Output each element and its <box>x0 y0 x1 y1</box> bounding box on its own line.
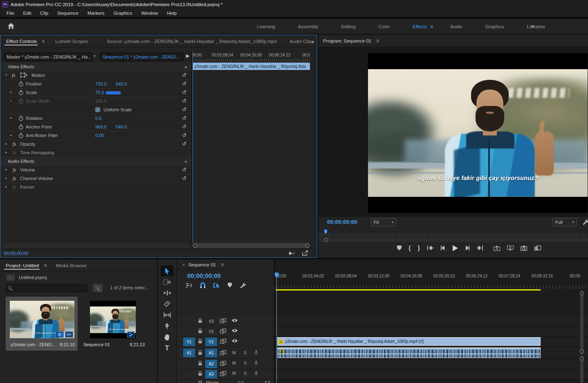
timeline-zoom-scrollbar[interactable] <box>193 243 310 248</box>
voiceover-mic-icon[interactable] <box>254 360 258 366</box>
lock-icon[interactable] <box>198 329 202 333</box>
sync-lock-icon[interactable] <box>220 350 226 355</box>
workspace-tab-editing[interactable]: Editing <box>330 24 367 29</box>
program-playhead[interactable] <box>324 230 327 234</box>
effect-row-opacity[interactable]: ▸ fx Opacity ↺ <box>0 140 191 149</box>
video-tracks-scrollbar[interactable] <box>580 291 584 354</box>
mute-track-button[interactable]: M <box>232 350 236 355</box>
clip-thumbnail[interactable]: oğlum siz niye fakir gibi çay içiyorsunu… <box>10 301 74 338</box>
tab-source-monitor[interactable]: Source: y2mate.com - ZENGİNLİK _ Harbi H… <box>102 39 281 44</box>
mark-in-icon[interactable]: { <box>408 245 411 251</box>
program-zoom-scrollbar[interactable] <box>319 238 588 242</box>
workspace-menu-icon[interactable]: ≡ <box>430 24 439 29</box>
sync-lock-icon[interactable] <box>220 371 226 376</box>
effect-timeline-clip[interactable]: y2mate.com - ZENGİNLİK _ Harbi Hayatlar … <box>193 63 310 70</box>
timeline-timecode[interactable]: 00;00;00;00 <box>187 272 221 279</box>
property-row-anchor-point[interactable]: Anchor Point 960.0 540.0 ↺ <box>0 123 191 131</box>
type-tool[interactable]: T <box>161 343 173 354</box>
menu-item-clip[interactable]: Clip <box>40 11 48 16</box>
reset-property-icon[interactable]: ↺ <box>182 133 186 138</box>
effect-row-motion[interactable]: ▾ fx Motion ↺ <box>0 71 191 80</box>
reset-effect-icon[interactable]: ↺ <box>182 167 186 172</box>
value[interactable]: 0.0 <box>95 116 101 121</box>
expand-icon[interactable]: ▸ <box>5 142 7 146</box>
menu-item-graphics[interactable]: Graphics <box>114 11 132 16</box>
zoom-level-select[interactable]: Fit ▾ <box>371 218 396 226</box>
track-name-a3[interactable]: A3 <box>205 370 217 378</box>
property-row-position[interactable]: Position 720.0 540.0 ↺ <box>0 80 191 88</box>
property-row-scale[interactable]: ▸ Scale 75.0 ↺ <box>0 88 191 97</box>
menu-item-help[interactable]: Help <box>167 11 177 16</box>
property-row-uniform-scale[interactable]: ✓ Uniform Scale ↺ <box>0 106 191 114</box>
project-search-input[interactable] <box>6 284 87 292</box>
sequence-thumbnail[interactable]: oğlum siz niye fakir gibi çay içiyorsunu… <box>90 301 136 338</box>
lift-icon[interactable] <box>494 246 500 251</box>
lock-icon[interactable] <box>198 350 202 355</box>
reset-property-icon[interactable]: ↺ <box>182 90 186 95</box>
menu-item-window[interactable]: Window <box>141 11 158 16</box>
track-name-v3[interactable]: V3 <box>205 317 217 326</box>
audio-waveform-icon[interactable] <box>65 331 73 338</box>
source-patch-a1[interactable]: A1 <box>183 349 195 357</box>
reset-effect-icon[interactable]: ↺ <box>182 141 186 146</box>
master-clip-selector[interactable]: Master * y2mate.com - ZENGİNLİK _ Ha... <box>4 52 93 61</box>
effect-row-volume[interactable]: ▸ fx Volume ↺ <box>0 166 191 174</box>
sequence-icon[interactable] <box>127 331 135 338</box>
expand-icon[interactable]: ▸ <box>10 116 12 120</box>
navigate-up-icon[interactable]: ⌐ <box>7 275 15 281</box>
fx-icon[interactable]: fx <box>13 176 16 182</box>
track-name-v1[interactable]: V1 <box>205 338 217 346</box>
go-to-out-icon[interactable] <box>477 246 483 250</box>
value-x[interactable]: 960.0 <box>95 124 107 129</box>
expand-icon[interactable]: ▸ <box>10 133 12 137</box>
panel-menu-icon[interactable]: ≡ <box>42 38 45 44</box>
sync-lock-icon[interactable] <box>220 361 226 366</box>
mute-track-button[interactable]: M <box>232 371 236 376</box>
value-y[interactable]: 540.0 <box>116 124 127 129</box>
zoom-handle-left[interactable] <box>193 243 197 248</box>
track-a2-lane[interactable] <box>275 359 588 369</box>
workspace-tab-assembly[interactable]: Assembly <box>287 24 330 29</box>
expand-icon[interactable]: ▸ <box>5 167 7 171</box>
property-row-anti-flicker[interactable]: ▸ Anti-flicker Filter 0.00 ↺ <box>0 131 191 140</box>
value-x[interactable]: 720.0 <box>95 81 107 86</box>
zoom-handle[interactable] <box>324 238 328 242</box>
scroll-handle-top[interactable] <box>580 356 584 360</box>
value-y[interactable]: 540.0 <box>116 81 127 86</box>
reset-property-icon[interactable]: ↺ <box>182 115 186 121</box>
video-effects-header[interactable]: Video Effects ▲ <box>0 63 191 71</box>
expand-icon[interactable]: ▸ <box>5 176 7 180</box>
extract-icon[interactable] <box>507 246 514 251</box>
value[interactable]: 0.00 <box>95 133 104 138</box>
expand-icon[interactable]: ▸ <box>5 185 7 189</box>
menu-item-edit[interactable]: Edit <box>23 11 31 16</box>
effect-row-time-remapping[interactable]: ▸ fx Time Remapping <box>0 149 191 157</box>
video-film-icon[interactable] <box>56 331 64 338</box>
toggle-track-output-eye-icon[interactable] <box>231 339 238 343</box>
track-name-a1[interactable]: A1 <box>205 349 217 357</box>
menu-item-file[interactable]: File <box>7 11 14 16</box>
lock-icon[interactable] <box>198 371 202 376</box>
export-frame-camera-icon[interactable] <box>521 246 527 251</box>
track-v2-lane[interactable] <box>275 327 588 337</box>
track-name-v2[interactable]: V2 <box>205 327 217 336</box>
home-icon[interactable] <box>7 23 16 30</box>
step-back-icon[interactable] <box>440 246 445 250</box>
video-clip[interactable]: fxy2mate.com - ZENGİNLİK _ Harbi Hayatla… <box>277 337 541 346</box>
reset-effect-icon[interactable]: ↺ <box>182 72 186 78</box>
linked-selection-icon[interactable] <box>213 282 220 288</box>
project-breadcrumb[interactable]: Untitled.prproj <box>19 275 47 280</box>
collapse-icon[interactable]: ▾ <box>5 73 7 77</box>
horizontal-scrollbar[interactable] <box>2 243 190 248</box>
track-v3-lane[interactable] <box>275 316 588 327</box>
tab-effect-controls[interactable]: Effect Controls <box>0 39 42 44</box>
workspace-tab-graphics[interactable]: Graphics <box>474 24 516 29</box>
sync-lock-icon[interactable] <box>220 318 226 323</box>
workspace-overflow-icon[interactable]: » <box>532 23 534 29</box>
close-panel-icon[interactable]: × <box>177 262 185 267</box>
master-volume-value[interactable]: 0.0 <box>238 381 244 383</box>
workspace-tab-learning[interactable]: Learning <box>245 24 287 29</box>
toggle-track-output-eye-icon[interactable] <box>231 318 238 322</box>
source-patch-v1[interactable]: V1 <box>183 338 195 346</box>
menu-item-markers[interactable]: Markers <box>88 11 105 16</box>
